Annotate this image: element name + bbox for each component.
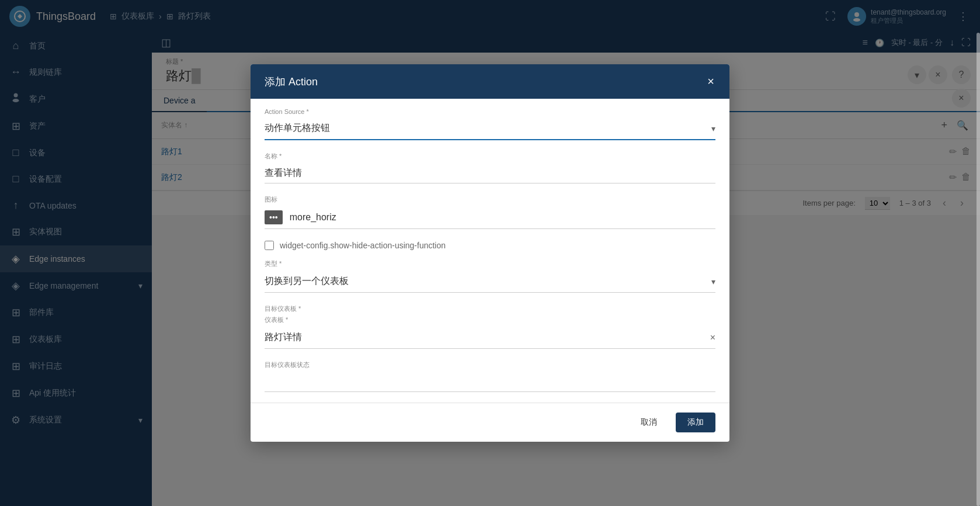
show-hide-checkbox-row: widget-config.show-hide-action-using-fun…: [265, 241, 715, 250]
type-field: 类型 * 切换到另一个仪表板 ▾: [265, 259, 715, 293]
target-state-label: 目标仪表板状态: [265, 361, 715, 369]
modal-backdrop: 添加 Action × Action Source * 动作单元格按钮 ▾ 名称…: [0, 0, 980, 506]
modal-footer: 取消 添加: [251, 403, 729, 442]
target-state-input[interactable]: [265, 372, 715, 392]
modal-header: 添加 Action ×: [251, 64, 729, 99]
show-hide-label[interactable]: widget-config.show-hide-action-using-fun…: [280, 241, 446, 250]
cancel-button[interactable]: 取消: [629, 413, 669, 432]
type-label: 类型 *: [265, 259, 715, 268]
action-source-select[interactable]: 动作单元格按钮 ▾: [265, 117, 715, 140]
action-source-arrow-icon: ▾: [711, 124, 715, 133]
name-label: 名称 *: [265, 152, 715, 161]
name-input[interactable]: [265, 163, 715, 183]
type-value: 切换到另一个仪表板: [265, 275, 711, 287]
icon-picker-button[interactable]: •••: [265, 210, 283, 224]
modal-body: Action Source * 动作单元格按钮 ▾ 名称 * 图标 •••: [251, 99, 729, 403]
action-source-label: Action Source *: [265, 108, 715, 115]
modal-title: 添加 Action: [265, 75, 318, 89]
add-button[interactable]: 添加: [676, 413, 715, 432]
dashboard-clear-button[interactable]: ×: [710, 332, 715, 343]
type-arrow-icon: ▾: [711, 277, 715, 286]
type-select[interactable]: 切换到另一个仪表板 ▾: [265, 271, 715, 293]
target-dashboard-label: 目标仪表板 *: [265, 304, 715, 313]
icon-input[interactable]: [290, 209, 715, 226]
icon-field-row: •••: [265, 206, 715, 229]
target-state-field: 目标仪表板状态: [265, 361, 715, 392]
action-source-value: 动作单元格按钮: [265, 122, 711, 134]
dashboard-input-row: 路灯详情 ×: [265, 327, 715, 349]
icon-field: 图标 •••: [265, 195, 715, 229]
show-hide-checkbox[interactable]: [265, 241, 274, 250]
target-dashboard-section: 目标仪表板 *: [265, 304, 715, 313]
dashboard-label: 仪表板 *: [265, 316, 715, 324]
add-action-modal: 添加 Action × Action Source * 动作单元格按钮 ▾ 名称…: [251, 64, 729, 442]
icon-label: 图标: [265, 195, 715, 204]
dashboard-field: 仪表板 * 路灯详情 ×: [265, 316, 715, 349]
icon-dots-text: •••: [269, 213, 278, 222]
action-source-field: Action Source * 动作单元格按钮 ▾: [265, 108, 715, 140]
name-field: 名称 *: [265, 152, 715, 183]
dashboard-value: 路灯详情: [265, 329, 710, 346]
modal-close-button[interactable]: ×: [706, 74, 715, 89]
